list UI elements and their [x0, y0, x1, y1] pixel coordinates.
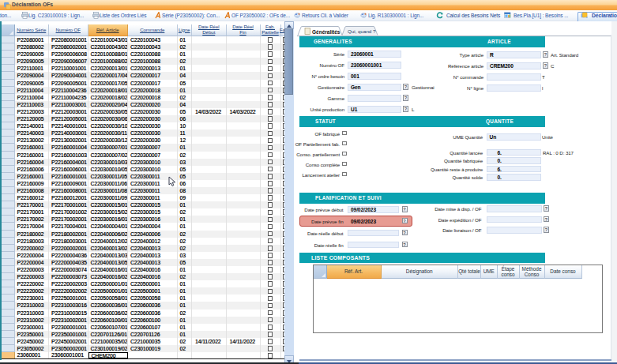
svg-text:Généralités: Généralités [312, 29, 340, 35]
svg-text:Qui, quand ?: Qui, quand ? [348, 28, 376, 34]
